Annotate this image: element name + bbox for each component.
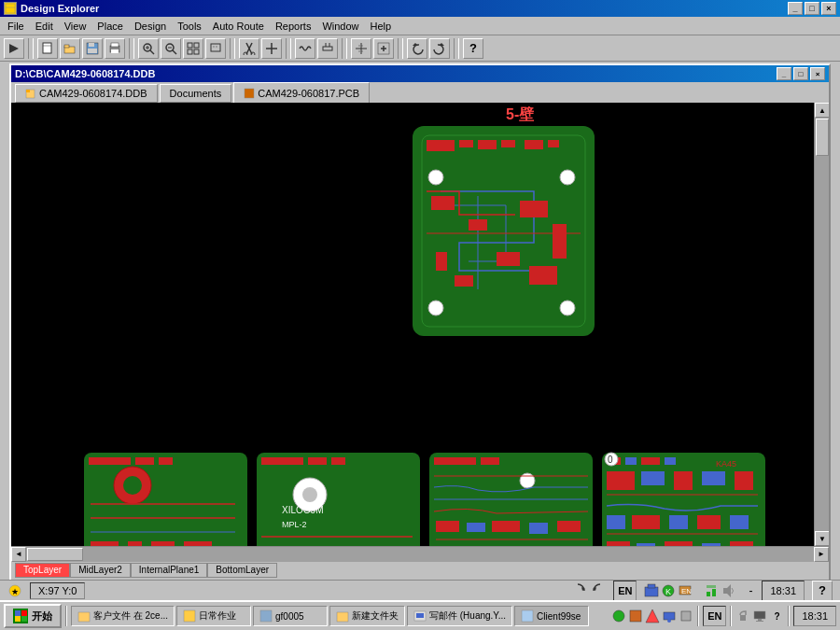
- taskbar-item-1[interactable]: 客户文件 在 2ce...: [71, 606, 175, 626]
- inner-maximize[interactable]: □: [793, 67, 808, 80]
- status-coords: X:97 Y:0: [30, 582, 85, 599]
- tab-documents[interactable]: Documents: [160, 84, 232, 103]
- taskbar-item-4[interactable]: 新建文件夹: [329, 606, 405, 626]
- tray-area: K EN: [640, 583, 696, 598]
- svg-rect-21: [194, 43, 199, 48]
- lang-indicator[interactable]: EN: [613, 581, 637, 601]
- svg-point-199: [613, 610, 624, 622]
- layer-tabs: TopLayer MidLayer2 InternalPlane1 Bottom…: [11, 561, 829, 578]
- svg-rect-194: [260, 610, 272, 622]
- h-scroll-track[interactable]: [26, 547, 814, 562]
- v-scroll-thumb[interactable]: [816, 119, 829, 156]
- help-icon[interactable]: ?: [812, 581, 833, 601]
- svg-rect-137: [602, 453, 765, 546]
- tb-cut[interactable]: [239, 38, 259, 59]
- tb-new[interactable]: [37, 38, 58, 59]
- menu-design[interactable]: Design: [129, 19, 172, 34]
- pcb-main-area: 5-壁: [11, 103, 829, 546]
- layer-tab-bottomlayer[interactable]: BottomLayer: [207, 563, 277, 578]
- v-scroll-track[interactable]: [815, 118, 829, 531]
- taskbar-item-6[interactable]: Client99se: [514, 606, 589, 626]
- menu-autoroute[interactable]: Auto Route: [207, 19, 270, 34]
- svg-rect-11: [111, 43, 119, 47]
- pcb-canvas-area[interactable]: 5-壁: [11, 103, 829, 546]
- h-scroll-left[interactable]: ◄: [11, 547, 26, 562]
- inner-minimize[interactable]: _: [777, 67, 791, 80]
- h-scroll-thumb[interactable]: [27, 548, 83, 561]
- tb-save[interactable]: [82, 38, 103, 59]
- inner-window: D:\CB\CAM429-0608174.DDB _ □ × CAM429-06…: [9, 63, 831, 591]
- tb-plus-grid[interactable]: [373, 38, 394, 59]
- tb-wave[interactable]: [295, 38, 315, 59]
- svg-point-118: [520, 473, 535, 488]
- menu-edit[interactable]: Edit: [30, 19, 59, 34]
- tb-cross[interactable]: [261, 38, 282, 59]
- svg-line-14: [150, 50, 154, 54]
- svg-rect-45: [26, 90, 30, 92]
- tray-help-icon: ?: [769, 609, 784, 623]
- tb-open[interactable]: [60, 38, 80, 59]
- tb-zoom-in[interactable]: [138, 38, 159, 59]
- v-scrollbar[interactable]: ▲ ▼: [814, 103, 829, 546]
- menu-view[interactable]: View: [59, 19, 92, 34]
- menu-place[interactable]: Place: [91, 19, 129, 34]
- maximize-button[interactable]: □: [805, 2, 819, 15]
- svg-rect-140: [641, 457, 660, 465]
- svg-rect-95: [308, 457, 327, 465]
- inner-close[interactable]: ×: [810, 67, 825, 80]
- svg-point-75: [123, 476, 142, 495]
- layer-tab-toplayer[interactable]: TopLayer: [15, 563, 70, 578]
- taskbar-item-3[interactable]: gf0005: [253, 606, 328, 626]
- tb-zoom-out[interactable]: [161, 38, 181, 59]
- menu-reports[interactable]: Reports: [270, 19, 317, 34]
- menu-bar: File Edit View Place Design Tools Auto R…: [0, 17, 840, 35]
- minimize-button[interactable]: _: [788, 2, 803, 15]
- tab-ddb[interactable]: CAM429-0608174.DDB: [15, 84, 158, 103]
- v-scroll-down[interactable]: ▼: [815, 531, 829, 546]
- svg-rect-142: [607, 471, 635, 490]
- taskbar-item-5[interactable]: 写邮件 (Huang.Y...: [407, 606, 512, 626]
- tb-route[interactable]: [317, 38, 338, 59]
- menu-tools[interactable]: Tools: [172, 19, 207, 34]
- svg-marker-2: [9, 44, 19, 53]
- svg-rect-144: [674, 471, 693, 490]
- svg-rect-149: [669, 515, 688, 529]
- close-button[interactable]: ×: [821, 2, 836, 15]
- svg-rect-122: [529, 523, 548, 534]
- h-scroll-right[interactable]: ►: [814, 547, 829, 562]
- h-scrollbar[interactable]: ◄ ►: [11, 546, 829, 561]
- svg-rect-78: [151, 541, 175, 546]
- svg-rect-54: [501, 140, 515, 147]
- layer-tab-internalplane1[interactable]: InternalPlane1: [131, 563, 208, 578]
- svg-rect-189: [21, 610, 27, 616]
- tb-redo[interactable]: [429, 38, 450, 59]
- tb-help[interactable]: ?: [463, 38, 483, 59]
- menu-help[interactable]: Help: [365, 19, 398, 34]
- toolbar-separator-2: [129, 38, 134, 59]
- v-scroll-up[interactable]: ▲: [815, 103, 829, 118]
- svg-rect-183: [707, 592, 710, 596]
- start-button[interactable]: 开始: [4, 604, 62, 628]
- tray-monitor-icon: [752, 609, 767, 623]
- menu-window[interactable]: Window: [316, 19, 364, 34]
- tb-arrow[interactable]: [4, 38, 24, 59]
- svg-rect-73: [159, 457, 173, 465]
- tab-pcb[interactable]: CAM429-060817.PCB: [233, 82, 370, 103]
- taskbar-item-2[interactable]: 日常作业: [176, 606, 251, 626]
- layer-tab-midlayer2[interactable]: MidLayer2: [70, 563, 131, 578]
- svg-marker-186: [723, 584, 731, 597]
- svg-rect-120: [467, 523, 485, 532]
- tb-fit[interactable]: [183, 38, 203, 59]
- svg-rect-24: [211, 44, 220, 51]
- tb-print[interactable]: [105, 38, 125, 59]
- svg-rect-192: [78, 612, 90, 622]
- tb-grid[interactable]: [351, 38, 371, 59]
- taskbar-lang[interactable]: EN: [703, 606, 726, 626]
- tb-zoom-window[interactable]: [205, 38, 226, 59]
- svg-rect-141: [665, 457, 676, 465]
- tb-undo[interactable]: [407, 38, 427, 59]
- svg-rect-79: [184, 541, 212, 546]
- menu-file[interactable]: File: [2, 19, 30, 34]
- svg-rect-156: [730, 541, 753, 546]
- svg-rect-65: [436, 252, 447, 271]
